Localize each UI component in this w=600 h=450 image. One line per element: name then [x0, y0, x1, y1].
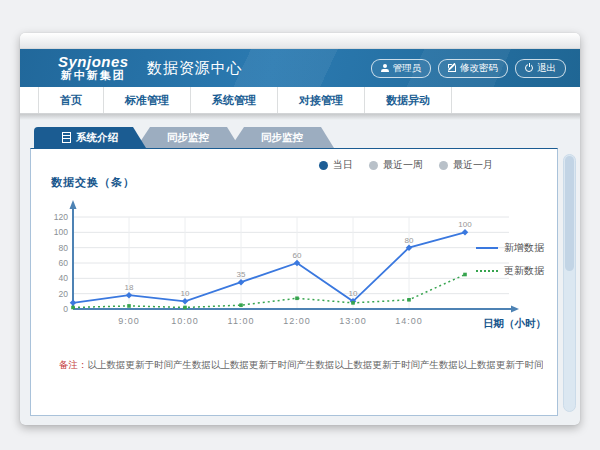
- filter-label: 最近一周: [383, 158, 423, 172]
- radio-icon: [439, 161, 448, 170]
- document-icon: [62, 132, 71, 143]
- brand-logo-subtext: 新中新集团: [58, 70, 129, 82]
- line-chart: 0204060801001209:0010:0011:0012:0013:001…: [43, 193, 548, 343]
- app-window: Synjones 新中新集团 数据资源中心 管理员 修改密码 退出: [20, 33, 580, 425]
- tab-system-intro[interactable]: 系统介绍: [34, 127, 146, 148]
- app-header: Synjones 新中新集团 数据资源中心 管理员 修改密码 退出: [20, 49, 580, 87]
- svg-text:60: 60: [293, 251, 302, 260]
- svg-text:10: 10: [181, 289, 190, 298]
- filter-last-week[interactable]: 最近一周: [369, 158, 423, 172]
- svg-text:18: 18: [125, 283, 134, 292]
- main-nav: 首页 标准管理 系统管理 对接管理 数据异动: [20, 87, 580, 114]
- footnote: 备注：以上数据更新于时间产生数据以上数据更新于时间产生数据以上数据更新于时间产生…: [59, 359, 543, 372]
- radio-selected-icon: [319, 161, 328, 170]
- svg-text:11:00: 11:00: [228, 316, 255, 326]
- svg-text:80: 80: [405, 236, 414, 245]
- svg-text:40: 40: [59, 273, 69, 283]
- header-actions: 管理员 修改密码 退出: [371, 49, 567, 87]
- tab-bar: 系统介绍 同步监控 同步监控: [34, 127, 580, 148]
- svg-text:20: 20: [59, 289, 69, 299]
- footnote-text: 以上数据更新于时间产生数据以上数据更新于时间产生数据以上数据更新于时间产生数据以…: [88, 359, 544, 370]
- solid-line-icon: [476, 247, 498, 249]
- change-password-button[interactable]: 修改密码: [438, 59, 508, 78]
- admin-user-button[interactable]: 管理员: [371, 59, 432, 78]
- change-password-label: 修改密码: [460, 62, 498, 75]
- tab-label: 同步监控: [261, 131, 303, 145]
- svg-text:13:00: 13:00: [339, 316, 367, 326]
- legend-label: 新增数据: [504, 241, 544, 255]
- tab-sync-monitor-1[interactable]: 同步监控: [136, 127, 240, 148]
- logout-label: 退出: [537, 62, 556, 75]
- admin-user-label: 管理员: [393, 62, 422, 75]
- time-range-filters: 当日 最近一周 最近一月: [319, 158, 493, 172]
- app-title: 数据资源中心: [147, 59, 243, 78]
- tab-sync-monitor-2[interactable]: 同步监控: [230, 127, 334, 148]
- tab-label: 系统介绍: [76, 131, 118, 145]
- svg-text:60: 60: [59, 258, 69, 268]
- page-background: Synjones 新中新集团 数据资源中心 管理员 修改密码 退出: [0, 0, 600, 450]
- filter-label: 最近一月: [453, 158, 493, 172]
- power-icon: [525, 64, 533, 72]
- legend-new-data: 新增数据: [476, 241, 544, 255]
- nav-shadow: [20, 114, 580, 120]
- logout-button[interactable]: 退出: [515, 59, 566, 78]
- svg-text:10:00: 10:00: [171, 316, 199, 326]
- chart-y-axis-title: 数据交换（条）: [51, 175, 135, 190]
- svg-text:80: 80: [59, 243, 69, 253]
- filter-label: 当日: [333, 158, 353, 172]
- scrollbar[interactable]: [563, 154, 576, 412]
- dotted-line-icon: [476, 270, 498, 272]
- svg-text:120: 120: [54, 212, 68, 222]
- svg-text:100: 100: [458, 220, 472, 229]
- brand-logo-text: Synjones: [58, 54, 129, 70]
- radio-icon: [369, 161, 378, 170]
- nav-item-interface-mgmt[interactable]: 对接管理: [278, 87, 365, 113]
- brand-logo: Synjones 新中新集团: [58, 54, 129, 81]
- svg-text:0: 0: [63, 304, 68, 314]
- nav-item-system-mgmt[interactable]: 系统管理: [191, 87, 278, 113]
- nav-item-home[interactable]: 首页: [38, 87, 104, 113]
- scrollbar-thumb[interactable]: [565, 156, 574, 271]
- tab-label: 同步监控: [167, 131, 209, 145]
- filter-last-month[interactable]: 最近一月: [439, 158, 493, 172]
- footnote-prefix: 备注：: [59, 359, 88, 370]
- svg-text:日期（小时）: 日期（小时）: [483, 317, 546, 330]
- chart-panel: 当日 最近一周 最近一月 数据交换（条） 0204060801001209:00…: [30, 148, 558, 416]
- edit-icon: [448, 64, 456, 72]
- svg-text:12:00: 12:00: [283, 316, 311, 326]
- chart-legend: 新增数据 更新数据: [476, 241, 544, 278]
- svg-text:100: 100: [54, 227, 68, 237]
- filter-today[interactable]: 当日: [319, 158, 353, 172]
- nav-item-data-change[interactable]: 数据异动: [365, 87, 452, 113]
- svg-text:9:00: 9:00: [118, 316, 140, 326]
- legend-label: 更新数据: [504, 264, 544, 278]
- svg-text:10: 10: [349, 289, 358, 298]
- nav-item-standard-mgmt[interactable]: 标准管理: [104, 87, 191, 113]
- user-icon: [381, 64, 389, 72]
- svg-text:14:00: 14:00: [395, 316, 423, 326]
- legend-updated-data: 更新数据: [476, 264, 544, 278]
- svg-text:35: 35: [237, 270, 246, 279]
- window-top-strip: [20, 33, 580, 49]
